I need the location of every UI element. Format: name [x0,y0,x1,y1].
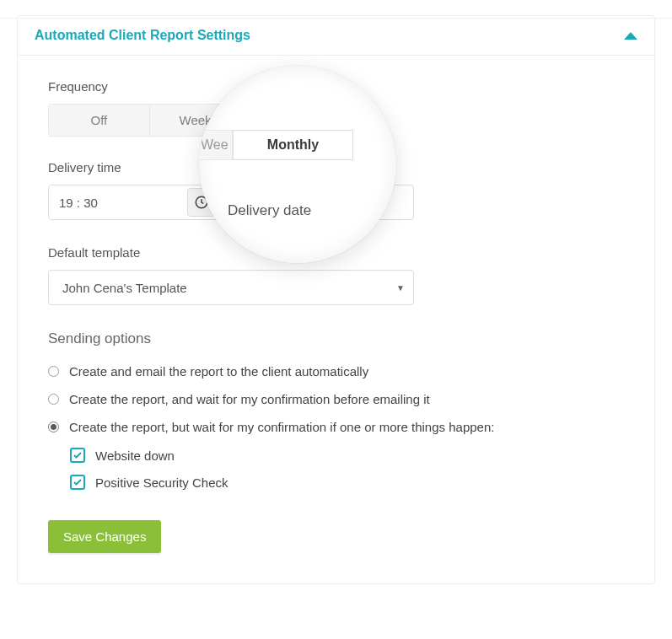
chevron-down-icon: ▼ [396,283,405,293]
sending-option-conditional[interactable]: Create the report, but wait for my confi… [48,420,624,434]
frequency-segmented: Off Weekly Monthly [48,104,352,137]
panel-header[interactable]: Automated Client Report Settings [18,16,654,56]
sending-option-confirm-label: Create the report, and wait for my confi… [69,392,430,406]
panel-body: Frequency Off Weekly Monthly Delivery ti… [18,56,654,583]
radio-icon [48,394,59,405]
sending-options-title: Sending options [48,330,624,347]
delivery-time-input[interactable]: 19 : 30 [48,185,220,220]
save-changes-button[interactable]: Save Changes [48,520,161,553]
default-template-label: Default template [48,245,624,260]
sending-option-confirm[interactable]: Create the report, and wait for my confi… [48,392,624,406]
checkbox-checked-icon [70,448,85,463]
frequency-off-button[interactable]: Off [48,104,150,137]
panel-title: Automated Client Report Settings [35,28,250,43]
sending-option-auto-label: Create and email the report to the clien… [69,364,368,379]
conditional-checks: Website down Positive Security Check [70,448,624,490]
delivery-time-label: Delivery time [48,160,220,175]
frequency-weekly-button[interactable]: Weekly [150,104,251,137]
collapse-caret-icon[interactable] [624,32,637,40]
default-template-select[interactable]: John Cena's Template ▼ [48,270,414,305]
delivery-time-value: 19 : 30 [59,196,187,210]
clock-icon [194,195,209,210]
top-rule [0,18,672,19]
frequency-label: Frequency [48,79,624,94]
frequency-monthly-button[interactable]: Monthly [250,104,352,137]
settings-panel: Automated Client Report Settings Frequen… [17,15,655,584]
sending-option-auto[interactable]: Create and email the report to the clien… [48,364,624,379]
check-website-down[interactable]: Website down [70,448,624,463]
checkbox-checked-icon [70,475,85,490]
radio-icon [48,366,59,377]
delivery-date-input[interactable] [245,185,414,220]
check-positive-security[interactable]: Positive Security Check [70,475,624,490]
clock-picker-button[interactable] [187,188,216,217]
sending-option-conditional-label: Create the report, but wait for my confi… [69,420,494,434]
check-positive-security-label: Positive Security Check [95,475,228,490]
default-template-value: John Cena's Template [62,281,187,295]
delivery-date-label: Delivery date [245,160,414,175]
radio-selected-icon [48,422,59,432]
check-website-down-label: Website down [95,448,175,463]
